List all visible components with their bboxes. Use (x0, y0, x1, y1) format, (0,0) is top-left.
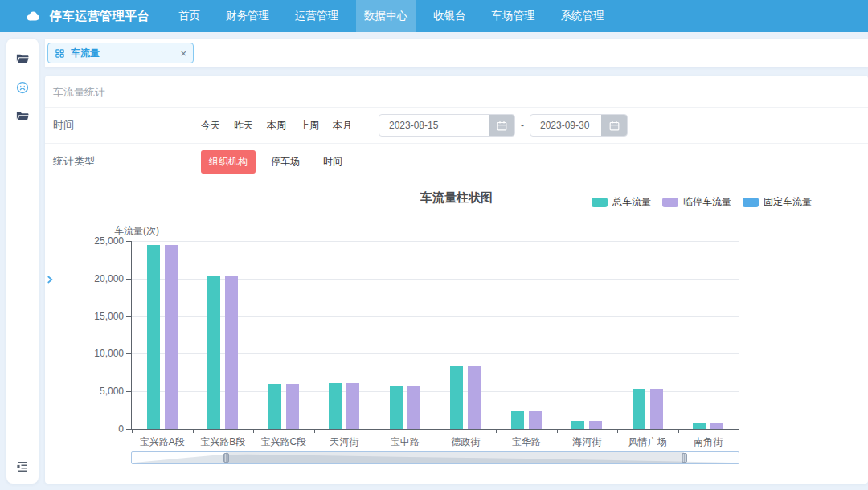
legend-swatch (662, 198, 678, 207)
x-tick-mark (314, 429, 315, 433)
x-category-label: 宝中路 (375, 435, 436, 449)
quick-date-options: 今天昨天本周上周本月 (201, 119, 366, 133)
x-tick-mark (557, 429, 558, 433)
legend-swatch (743, 198, 759, 207)
tab-label: 车流量 (71, 47, 100, 60)
start-date-value: 2023-08-15 (379, 120, 489, 131)
x-tick-mark (132, 429, 133, 433)
close-icon[interactable]: × (180, 48, 186, 59)
gridline (132, 279, 739, 280)
gridline (132, 316, 739, 317)
x-category-label: 德政街 (436, 435, 497, 449)
legend-label: 总车流量 (612, 195, 651, 209)
datazoom-slider[interactable] (131, 451, 739, 464)
bar-临停车流量-5 (468, 366, 481, 429)
quick-option-1[interactable]: 昨天 (234, 119, 253, 133)
end-date-value: 2023-09-30 (530, 120, 601, 131)
folder-open-icon[interactable] (15, 51, 30, 66)
y-tick-label: 25,000 (58, 235, 124, 247)
bar-临停车流量-7 (589, 421, 602, 429)
x-tick-mark (193, 429, 194, 433)
x-tick-mark (739, 429, 739, 433)
app-header: 停车运营管理平台 首页财务管理运营管理数据中心收银台车场管理系统管理 (0, 0, 868, 32)
nav-item-5[interactable]: 车场管理 (484, 0, 543, 32)
nav-item-4[interactable]: 收银台 (425, 0, 474, 32)
stat-type-options: 组织机构停车场时间 (201, 150, 358, 174)
gridline (132, 353, 739, 354)
bar-总车流量-2 (268, 384, 281, 429)
gridline (132, 241, 739, 242)
x-tick-mark (253, 429, 254, 433)
app-title: 停车运营管理平台 (50, 9, 149, 24)
legend-label: 固定车流量 (764, 195, 812, 209)
date-range-group: 2023-08-15 - 2023-09-30 (379, 114, 628, 137)
x-category-label: 宝华路 (496, 435, 557, 449)
indent-list-icon[interactable] (15, 459, 30, 474)
bar-临停车流量-4 (407, 386, 420, 429)
sidebar (6, 39, 39, 484)
legend-item-2[interactable]: 固定车流量 (743, 195, 812, 209)
chevron-right-icon[interactable] (44, 272, 55, 288)
quick-option-2[interactable]: 本周 (267, 119, 286, 133)
nav-item-2[interactable]: 运营管理 (287, 0, 346, 32)
x-tick-mark (436, 429, 436, 433)
bar-总车流量-0 (147, 245, 160, 429)
bar-临停车流量-9 (710, 423, 723, 429)
y-tick-label: 20,000 (58, 273, 124, 284)
bar-总车流量-3 (329, 383, 342, 429)
tab-traffic-flow[interactable]: 车流量 × (47, 43, 194, 63)
chart-section: 车流量柱状图 总车流量临停车流量固定车流量 车流量(次) 05,00010,00… (45, 179, 868, 484)
quick-option-0[interactable]: 今天 (201, 119, 220, 133)
quick-option-4[interactable]: 本月 (333, 119, 352, 133)
cloud-icon (24, 7, 42, 25)
datazoom-window[interactable] (226, 452, 684, 463)
nav-item-0[interactable]: 首页 (170, 0, 208, 32)
y-tick-label: 5,000 (58, 386, 124, 397)
x-tick-mark (375, 429, 375, 433)
bar-总车流量-9 (693, 423, 706, 429)
content-area: 车流量 × 车流量统计 时间 今天昨天本周上周本月 2023-08-15 - 2… (45, 32, 868, 490)
traffic-stats-card: 车流量统计 时间 今天昨天本周上周本月 2023-08-15 - 2023-09… (45, 76, 868, 484)
legend-item-0[interactable]: 总车流量 (592, 195, 651, 209)
end-date-input[interactable]: 2023-09-30 (530, 114, 628, 137)
stat-type-option-0[interactable]: 组织机构 (201, 150, 256, 174)
folder-open-icon[interactable] (15, 109, 30, 124)
bar-临停车流量-6 (529, 411, 542, 429)
legend-item-1[interactable]: 临停车流量 (662, 195, 731, 209)
bar-临停车流量-2 (286, 384, 299, 429)
bar-临停车流量-3 (346, 383, 359, 429)
bar-总车流量-8 (633, 389, 645, 429)
nav-item-3[interactable]: 数据中心 (356, 0, 416, 32)
range-separator: - (521, 120, 524, 131)
nav-item-1[interactable]: 财务管理 (218, 0, 277, 32)
calendar-button[interactable] (489, 114, 514, 137)
x-tick-mark (496, 429, 497, 433)
main-nav: 首页财务管理运营管理数据中心收银台车场管理系统管理 (166, 0, 617, 32)
start-date-input[interactable]: 2023-08-15 (379, 114, 515, 137)
bar-总车流量-6 (511, 411, 524, 429)
x-tick-mark (678, 429, 679, 433)
x-category-label: 宝兴路A段 (132, 435, 193, 449)
y-tick-label: 0 (58, 423, 124, 435)
stat-type-option-2[interactable]: 时间 (315, 150, 350, 174)
tab-strip: 车流量 × (45, 39, 868, 67)
stat-type-option-1[interactable]: 停车场 (263, 150, 308, 174)
legend-swatch (592, 198, 608, 207)
nav-item-6[interactable]: 系统管理 (553, 0, 612, 32)
bar-临停车流量-0 (165, 245, 178, 429)
x-category-label: 天河街 (314, 435, 375, 449)
datazoom-left-handle[interactable] (223, 453, 229, 463)
bar-总车流量-5 (450, 366, 463, 429)
x-category-label: 海河街 (557, 435, 618, 449)
calendar-button[interactable] (601, 114, 627, 137)
quick-option-3[interactable]: 上周 (300, 119, 319, 133)
datazoom-right-handle[interactable] (682, 453, 687, 463)
chart-legend: 总车流量临停车流量固定车流量 (580, 195, 812, 209)
bar-临停车流量-8 (650, 389, 663, 429)
x-category-label: 南角街 (678, 435, 739, 449)
stat-type-label: 统计类型 (45, 154, 201, 169)
grid-icon (55, 48, 65, 59)
section-title: 车流量统计 (45, 84, 868, 107)
face-icon[interactable] (15, 80, 30, 95)
time-filter-row: 时间 今天昨天本周上周本月 2023-08-15 - 2023-09-30 (45, 108, 868, 143)
